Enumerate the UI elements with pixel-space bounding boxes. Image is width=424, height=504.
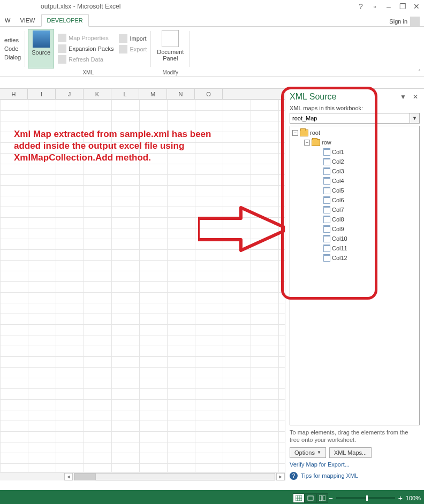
tree-node-label: Col10 <box>332 235 347 242</box>
minimize-icon[interactable]: – <box>384 2 393 11</box>
avatar-icon <box>410 17 420 26</box>
col-header[interactable]: O <box>195 89 223 99</box>
grid-view-icon <box>296 495 302 501</box>
tree-node-label: Col7 <box>332 207 344 213</box>
tab-partial[interactable]: W <box>3 14 14 26</box>
xml-tree[interactable]: − root − row Col1Col2Col3Col4Col5Col6Col… <box>290 126 420 425</box>
pane-close-icon[interactable]: ✕ <box>411 93 420 101</box>
ribbon-item-code[interactable]: Code <box>3 45 22 52</box>
collapse-icon[interactable]: − <box>292 130 298 136</box>
ribbon-item-properties[interactable]: erties <box>3 36 22 44</box>
folder-icon <box>300 129 308 136</box>
zoom-control[interactable]: − + 100% <box>328 494 421 502</box>
col-header[interactable]: J <box>56 89 84 99</box>
import-button[interactable]: Import <box>117 34 148 43</box>
ribbon-group-xml: Source Map Properties Expansion Packs Re… <box>25 29 151 77</box>
zoom-slider-thumb[interactable] <box>366 495 368 501</box>
tree-node-col[interactable]: Col9 <box>292 224 417 234</box>
tree-node-col[interactable]: Col6 <box>292 195 417 205</box>
view-normal-button[interactable] <box>293 493 305 503</box>
scrollbar-track[interactable] <box>74 473 275 480</box>
zoom-level[interactable]: 100% <box>406 495 421 501</box>
tree-node-label: Col3 <box>332 168 344 174</box>
tree-node-col[interactable]: Col12 <box>292 253 417 263</box>
worksheet-grid[interactable]: H I J K L M N O Xml Map extracted from s… <box>0 89 285 480</box>
folder-icon <box>312 139 320 146</box>
info-icon: ? <box>290 472 298 480</box>
tree-node-label: row <box>322 139 331 146</box>
expansion-packs-button[interactable]: Expansion Packs <box>56 44 115 54</box>
col-header-blank <box>223 89 285 99</box>
element-icon <box>323 187 330 194</box>
export-button[interactable]: Export <box>117 44 148 54</box>
col-header[interactable]: K <box>84 89 111 99</box>
tree-node-col[interactable]: Col11 <box>292 243 417 253</box>
maps-combo-input[interactable] <box>290 113 410 124</box>
options-button[interactable]: Options▼ <box>290 447 326 458</box>
export-icon <box>119 45 127 54</box>
source-button[interactable]: Source <box>28 29 54 68</box>
page-break-icon <box>319 495 325 501</box>
collapse-ribbon-icon[interactable]: ˄ <box>418 69 421 75</box>
element-icon <box>323 206 330 213</box>
svg-rect-7 <box>323 495 325 501</box>
tips-link[interactable]: ? Tips for mapping XML <box>290 472 420 480</box>
svg-rect-6 <box>319 495 322 501</box>
ribbon-display-options-icon[interactable]: ▫ <box>370 2 379 11</box>
ribbon-group-label-blank <box>12 68 13 77</box>
tree-node-col[interactable]: Col4 <box>292 176 417 186</box>
zoom-in-icon[interactable]: + <box>398 494 403 502</box>
svg-marker-0 <box>198 208 285 250</box>
col-header[interactable]: H <box>0 89 28 99</box>
tree-node-row[interactable]: − row <box>292 138 417 147</box>
window-title: output.xlsx - Microsoft Excel <box>3 3 357 10</box>
element-icon <box>323 167 330 175</box>
annotation-text: Xml Map extracted from sample.xml has be… <box>14 128 228 164</box>
tree-node-col[interactable]: Col2 <box>292 157 417 166</box>
restore-icon[interactable]: ❐ <box>398 2 407 11</box>
help-icon[interactable]: ? <box>357 2 365 11</box>
col-header[interactable]: I <box>28 89 56 99</box>
expansion-packs-icon <box>58 44 66 53</box>
document-panel-button[interactable]: Document Panel <box>154 29 187 68</box>
col-header[interactable]: L <box>111 89 139 99</box>
tree-node-col[interactable]: Col8 <box>292 215 417 224</box>
col-header[interactable]: N <box>167 89 195 99</box>
tree-node-col[interactable]: Col5 <box>292 186 417 195</box>
pane-menu-icon[interactable]: ▼ <box>398 93 408 101</box>
verify-map-link[interactable]: Verify Map for Export... <box>290 461 420 468</box>
scroll-right-icon[interactable]: ► <box>276 473 285 480</box>
column-headers[interactable]: H I J K L M N O <box>0 89 285 100</box>
tab-view[interactable]: VIEW <box>14 14 41 26</box>
import-icon <box>119 34 127 43</box>
xml-source-pane: XML Source ▼ ✕ XML maps in this workbook… <box>285 89 424 480</box>
scroll-left-icon[interactable]: ◄ <box>64 473 73 480</box>
xml-maps-button[interactable]: XML Maps... <box>329 447 372 458</box>
tree-node-col[interactable]: Col3 <box>292 166 417 176</box>
col-header[interactable]: M <box>139 89 167 99</box>
annotation-arrow-icon <box>198 205 285 254</box>
tree-node-col[interactable]: Col10 <box>292 234 417 243</box>
view-pagebreak-button[interactable] <box>316 493 328 503</box>
sign-in[interactable]: Sign in <box>389 17 421 26</box>
zoom-out-icon[interactable]: − <box>328 494 332 502</box>
element-icon <box>323 196 330 204</box>
ribbon-group-label-xml: XML <box>82 68 94 77</box>
tree-node-col[interactable]: Col1 <box>292 147 417 157</box>
view-pagelayout-button[interactable] <box>305 493 316 503</box>
tree-node-label: Col9 <box>332 226 344 232</box>
maps-combobox[interactable]: ▼ <box>290 113 420 124</box>
zoom-slider-track[interactable] <box>336 497 395 499</box>
tree-node-root[interactable]: − root <box>292 128 417 138</box>
chevron-down-icon[interactable]: ▼ <box>410 113 420 124</box>
map-properties-button[interactable]: Map Properties <box>56 33 115 43</box>
refresh-data-button[interactable]: Refresh Data <box>56 55 115 64</box>
scrollbar-thumb[interactable] <box>74 474 96 481</box>
horizontal-scrollbar[interactable]: ◄ ► <box>0 472 285 480</box>
ribbon-item-dialog[interactable]: Dialog <box>3 54 22 61</box>
tab-developer[interactable]: DEVELOPER <box>41 14 89 27</box>
tree-node-col[interactable]: Col7 <box>292 205 417 215</box>
collapse-icon[interactable]: − <box>304 140 310 146</box>
close-icon[interactable]: ✕ <box>412 2 421 11</box>
element-icon <box>323 245 330 252</box>
